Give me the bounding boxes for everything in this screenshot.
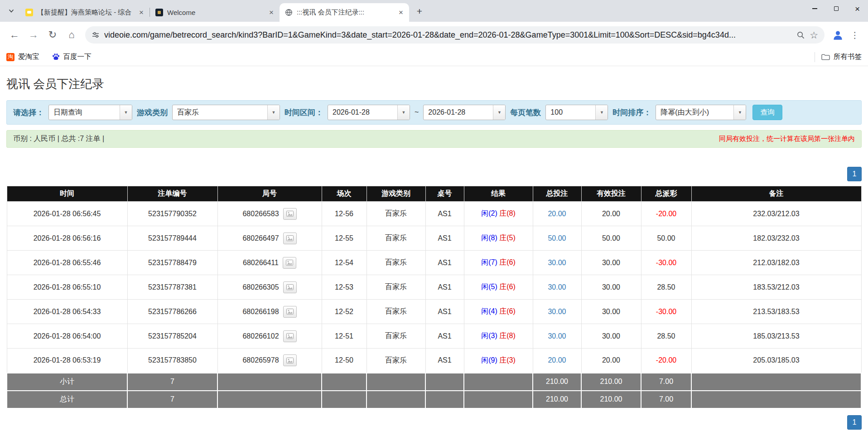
chevron-down-icon[interactable]: ▼ (595, 105, 608, 120)
bookmark-baidu[interactable]: 百度一下 (52, 52, 92, 62)
magnifier-icon[interactable] (796, 31, 805, 39)
tab-close-icon[interactable]: × (137, 8, 146, 17)
picture-icon (286, 309, 294, 315)
folder-icon (821, 53, 830, 61)
round-number: 680266102 (242, 332, 279, 340)
cell-table-no: AS1 (425, 226, 464, 251)
cell-game-type: 百家乐 (366, 349, 425, 373)
currency-summary-text: 币别 : 人民币 | 总共 :7 注单 | (13, 134, 104, 144)
cell-valid-bet: 30.00 (581, 300, 641, 324)
cell-time: 2026-01-28 06:55:10 (7, 275, 127, 300)
cell-payout: -30.00 (641, 300, 691, 324)
search-button[interactable]: 查询 (752, 105, 782, 120)
cell-game-type: 百家乐 (366, 202, 425, 226)
forward-button[interactable]: → (24, 26, 43, 44)
cell-table-no: AS1 (425, 251, 464, 275)
window-maximize-button[interactable] (825, 0, 847, 17)
subtotal-count: 7 (127, 373, 217, 391)
cell-remark: 213.53/183.53 (691, 300, 861, 324)
cell-result: 闲(4) 庄(6) (464, 300, 533, 324)
result-banker: 庄(3) (499, 356, 516, 364)
total-count: 7 (127, 391, 217, 408)
baidu-icon (52, 53, 60, 61)
round-detail-button[interactable] (283, 306, 297, 318)
subtotal-payout: 7.00 (641, 373, 691, 391)
filter-label-per-page: 每页笔数 (510, 107, 541, 118)
bet-table-summary: 小计 7 210.00 210.00 7.00 总计 7 210.00 210.… (7, 373, 861, 408)
bookmark-label: 百度一下 (63, 52, 92, 62)
bookmark-star-button[interactable]: ☆ (810, 30, 818, 40)
dropdown-value: 降幂(由大到小) (656, 105, 733, 120)
cell-time: 2026-01-28 06:54:33 (7, 300, 127, 324)
chevron-down-icon[interactable]: ▼ (267, 105, 280, 120)
table-row: 2026-01-28 06:56:45 523157790352 6802665… (7, 202, 861, 226)
cell-remark: 212.03/182.03 (691, 251, 861, 275)
browser-menu-button[interactable]: ⋮ (847, 26, 863, 44)
column-header-time: 时间 (7, 186, 127, 202)
total-total-bet: 210.00 (533, 391, 581, 408)
back-button[interactable]: ← (5, 26, 24, 44)
round-detail-button[interactable] (283, 354, 297, 366)
select-mode-dropdown[interactable]: 日期查询 ▼ (48, 105, 132, 120)
round-detail-button[interactable] (283, 208, 297, 220)
cell-result: 闲(5) 庄(6) (464, 275, 533, 300)
sort-order-dropdown[interactable]: 降幂(由大到小) ▼ (656, 105, 746, 120)
bookmark-aitaobao[interactable]: 淘 爱淘宝 (6, 52, 39, 62)
browser-tab[interactable]: Welcome × (150, 3, 280, 22)
tab-favicon-welcome (155, 9, 163, 16)
home-button[interactable]: ⌂ (63, 26, 81, 44)
page-size-dropdown[interactable]: 100 ▼ (545, 105, 608, 120)
all-bookmarks-button[interactable]: 所有书签 (821, 52, 862, 62)
round-detail-button[interactable] (283, 233, 297, 244)
date-start-dropdown[interactable]: 2026-01-28 ▼ (328, 105, 410, 120)
round-detail-button[interactable] (283, 281, 297, 293)
new-tab-button[interactable]: + (413, 5, 426, 18)
bookmarks-bar: 淘 爱淘宝 百度一下 所有书签 (0, 48, 868, 66)
cell-total-bet: 50.00 (533, 226, 581, 251)
cell-bet-id: 523157788479 (127, 251, 217, 275)
round-detail-button[interactable] (283, 330, 297, 342)
cell-payout: 28.50 (641, 324, 691, 349)
window-close-button[interactable]: × (847, 0, 868, 17)
browser-tab[interactable]: 【新提醒】海燕策略论坛 - 综合 × (20, 3, 149, 22)
cell-bet-id: 523157783850 (127, 349, 217, 373)
cell-bet-id: 523157785204 (127, 324, 217, 349)
cell-round: 680266305 (217, 275, 322, 300)
page-button-1[interactable]: 1 (847, 167, 862, 181)
tab-close-icon[interactable]: × (267, 8, 276, 17)
cell-session: 12-53 (322, 275, 366, 300)
globe-icon (285, 9, 293, 16)
table-row: 2026-01-28 06:55:46 523157788479 6802664… (7, 251, 861, 275)
chevron-down-icon[interactable]: ▼ (397, 105, 410, 120)
cell-valid-bet: 50.00 (581, 226, 641, 251)
game-type-dropdown[interactable]: 百家乐 ▼ (172, 105, 280, 120)
chevron-down-icon[interactable]: ▼ (733, 105, 746, 120)
filter-label-game-type: 游戏类别 (137, 107, 168, 118)
cell-payout: -20.00 (641, 202, 691, 226)
url-text: videoie.com/game/betrecord_search/kind3?… (104, 30, 792, 40)
chevron-down-icon[interactable]: ▼ (120, 105, 132, 120)
site-info-icon[interactable] (92, 31, 100, 39)
cell-time: 2026-01-28 06:53:19 (7, 349, 127, 373)
cell-valid-bet: 30.00 (581, 324, 641, 349)
round-detail-button[interactable] (283, 257, 296, 269)
cell-payout: -20.00 (641, 349, 691, 373)
date-end-dropdown[interactable]: 2026-01-28 ▼ (423, 105, 506, 120)
window-controls: × (804, 0, 868, 17)
page-button-1[interactable]: 1 (847, 415, 862, 430)
cell-valid-bet: 20.00 (581, 202, 641, 226)
result-player: 闲(2) (481, 209, 497, 217)
chevron-down-icon[interactable]: ▼ (493, 105, 505, 120)
browser-tab-active[interactable]: :::视讯 会员下注纪录::: × (280, 3, 409, 22)
pagination-top: 1 (6, 167, 862, 181)
cell-payout: -30.00 (641, 251, 691, 275)
cell-total-bet: 30.00 (533, 300, 581, 324)
tab-search-button[interactable] (5, 4, 18, 18)
cell-total-bet: 30.00 (533, 251, 581, 275)
window-minimize-button[interactable] (804, 0, 825, 17)
reload-button[interactable]: ↻ (43, 26, 62, 44)
tab-close-icon[interactable]: × (396, 8, 405, 17)
picture-icon (286, 211, 294, 217)
address-bar[interactable]: videoie.com/game/betrecord_search/kind3?… (85, 26, 825, 44)
profile-avatar[interactable] (829, 26, 846, 44)
